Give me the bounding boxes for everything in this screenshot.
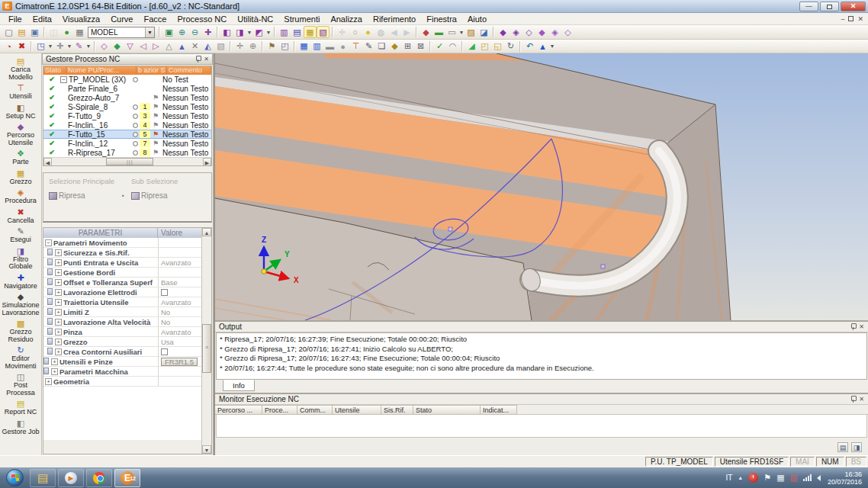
sub-selection-dropdown[interactable]: Ripresa — [131, 191, 167, 200]
collapse-icon[interactable]: − — [45, 239, 52, 246]
process-row-parte-finale-6[interactable]: ✔Parte Finale_6Nessun Testo — [43, 84, 211, 93]
display-stock-icon[interactable]: ▦ — [304, 26, 317, 38]
scroll-left-icon[interactable]: ◀ — [43, 158, 52, 166]
expand-icon[interactable]: + — [55, 289, 62, 296]
network-icon[interactable] — [803, 474, 812, 481]
arc-fit-icon[interactable]: ◠ — [446, 40, 459, 53]
process-row-s-spirale-8[interactable]: ✔S-Spirale_81⚑Nessun Testo — [43, 102, 211, 111]
sidebar-item-machining-simulation[interactable]: ◆SimulazioneLavorazione — [2, 292, 39, 316]
menu-visualizza[interactable]: Visualizza — [57, 14, 105, 24]
sidebar-item-procedure[interactable]: ◈Procedura — [5, 188, 37, 205]
tool-table-icon[interactable]: ⊤ — [349, 40, 362, 53]
sidebar-item-setup-nc[interactable]: ◧Setup NC — [5, 103, 35, 120]
taskbar-chrome[interactable] — [86, 469, 112, 487]
monitor-column-utensile[interactable]: Utensile — [333, 405, 381, 415]
sidebar-item-load-model[interactable]: ▤CaricaModello — [8, 56, 33, 81]
cube-1-icon[interactable]: ◆ — [497, 26, 510, 38]
minimize-button[interactable]: — — [799, 2, 818, 11]
process-row-f-tutto-9[interactable]: ✔F-Tutto_93⚑Nessun Testo — [43, 111, 211, 120]
bulb-on-icon[interactable]: ● — [362, 26, 375, 38]
next-icon[interactable]: ▶ — [400, 26, 413, 38]
sidebar-item-nc-report[interactable]: ▤Report NC — [5, 399, 37, 416]
add-procedure-icon[interactable]: ✚ — [53, 40, 66, 53]
expand-icon[interactable]: + — [55, 339, 62, 345]
parameter-value-button[interactable]: FR3R1.5 — [161, 358, 198, 366]
dropdown-arrow-icon[interactable]: ▼ — [458, 30, 465, 35]
sidebar-item-execute[interactable]: ✎Esegui — [10, 226, 31, 244]
redline-icon[interactable]: ▲ — [536, 40, 549, 53]
monitor-export-icon[interactable]: ▤ — [837, 442, 848, 452]
start-button[interactable] — [6, 469, 24, 486]
dropdown-arrow-icon[interactable]: ▼ — [549, 43, 555, 49]
menu-riferimento[interactable]: Riferimento — [368, 14, 421, 24]
parameter-row-offset-e-tolleranza-superf[interactable]: +Offset e Tolleranza SuperfBase — [43, 278, 201, 287]
expand-icon[interactable]: + — [55, 299, 62, 306]
parameter-row-traiettoria-utensile[interactable]: +Traiettoria UtensileAvanzato — [43, 297, 201, 307]
expand-icon[interactable]: + — [51, 358, 58, 365]
tray-flag-icon[interactable]: ⚑ — [764, 474, 771, 482]
parameter-row-parametri-macchina[interactable]: +Parametri Macchina — [43, 367, 201, 377]
process-row-r-ripresa-17[interactable]: ✔R-Ripresa_178⚑Nessun Testo — [43, 148, 211, 157]
collapse-icon[interactable]: − — [60, 76, 67, 83]
scroll-right-icon[interactable]: ▶ — [203, 158, 211, 166]
shade-icon[interactable]: ◧ — [220, 26, 233, 38]
curve-right-icon[interactable]: ▷ — [149, 40, 162, 53]
menu-utilit-nc[interactable]: Utilità-NC — [232, 14, 278, 24]
print-icon[interactable]: ◫ — [47, 26, 60, 38]
display-paths-icon[interactable]: ▧ — [317, 26, 330, 38]
mdi-restore-button[interactable] — [848, 16, 854, 21]
bulb-dim-icon[interactable]: ◍ — [375, 26, 387, 38]
dropdown-arrow-icon[interactable]: ▼ — [47, 43, 53, 49]
parameter-row-lavorazione-elettrodi[interactable]: +Lavorazione Elettrodi — [43, 287, 201, 297]
tray-datetime[interactable]: 16:36 20/07/2016 — [828, 470, 865, 486]
curve-tri-icon[interactable]: △ — [162, 40, 175, 53]
curve-proj-icon[interactable]: ◭ — [201, 40, 214, 53]
cube-6-icon[interactable]: ◇ — [561, 26, 574, 38]
list-icon[interactable]: ▭ — [445, 26, 458, 38]
volume-icon[interactable] — [817, 475, 821, 481]
mdi-minimize-button[interactable]: – — [841, 15, 844, 23]
menu-facce[interactable]: Facce — [138, 14, 172, 24]
link-icon[interactable]: ▬ — [432, 26, 445, 38]
expand-icon[interactable]: + — [51, 368, 58, 375]
monitor-table-body[interactable] — [216, 415, 867, 438]
pin-icon[interactable] — [195, 56, 201, 63]
cube-3-icon[interactable]: ◇ — [522, 26, 535, 38]
dropdown-arrow-icon[interactable]: ▼ — [85, 43, 92, 49]
delete-path-icon[interactable]: ✖ — [15, 40, 28, 53]
sim-material-icon[interactable]: ◢ — [465, 40, 478, 53]
curve-point-icon[interactable]: ◇ — [98, 40, 111, 53]
window-split-icon[interactable]: ▥ — [310, 40, 323, 53]
prev-icon[interactable]: ◀ — [387, 26, 400, 38]
parameter-row-punti-entrata-e-uscita[interactable]: +Punti Entrata e UscitaAvanzato — [43, 258, 201, 268]
undo-view-icon[interactable]: ↶ — [523, 40, 536, 53]
expand-icon[interactable]: + — [45, 378, 52, 385]
monitor-column-comm[interactable]: Comm... — [297, 405, 333, 415]
menu-processo-nc[interactable]: Processo NC — [172, 14, 232, 24]
taskbar-media-player[interactable]: ▶ — [58, 469, 84, 487]
bulb-off-icon[interactable]: ○ — [349, 26, 362, 38]
stock-rest-icon[interactable]: ◱ — [491, 40, 504, 53]
sidebar-item-tools[interactable]: ⊤Utensili — [9, 83, 32, 101]
tree-horizontal-scrollbar[interactable]: ◀ ||| ▶ — [43, 157, 211, 165]
close-panel-icon[interactable]: ✕ — [204, 56, 209, 63]
pin-icon[interactable] — [850, 323, 856, 330]
pick-icon[interactable]: ✛ — [336, 26, 349, 38]
close-panel-icon[interactable]: ✕ — [859, 323, 864, 330]
expand-icon[interactable]: + — [55, 348, 62, 355]
clip-icon[interactable]: ▨ — [465, 26, 477, 38]
process-row-tp-model-3x[interactable]: ✔−TP_MODEL (3X)No Test — [43, 75, 211, 84]
model-selector[interactable]: MODEL▼ — [88, 27, 155, 38]
chevron-down-icon[interactable]: ▼ — [145, 27, 154, 37]
sidebar-item-delete[interactable]: ✖Cancella — [7, 207, 34, 225]
sidebar-item-stock[interactable]: ▦Grezzo — [9, 169, 31, 186]
flag-tool-icon[interactable]: ⚑ — [265, 40, 278, 53]
parameter-row-lavorazione-alta-velocit[interactable]: +Lavorazione Alta VelocitàNo — [43, 317, 201, 327]
section-view-icon[interactable]: ◩ — [252, 26, 265, 38]
grid-icon[interactable]: ⊞ — [401, 40, 414, 53]
monitor-column-proce[interactable]: Proce... — [262, 405, 297, 415]
sidebar-item-post-process[interactable]: ◫PostProcessa — [6, 372, 35, 396]
parameter-row-gestione-bordi[interactable]: +Gestione Bordi — [43, 268, 201, 278]
expand-icon[interactable]: + — [55, 319, 62, 326]
annotate-icon[interactable]: ✎ — [362, 40, 375, 53]
